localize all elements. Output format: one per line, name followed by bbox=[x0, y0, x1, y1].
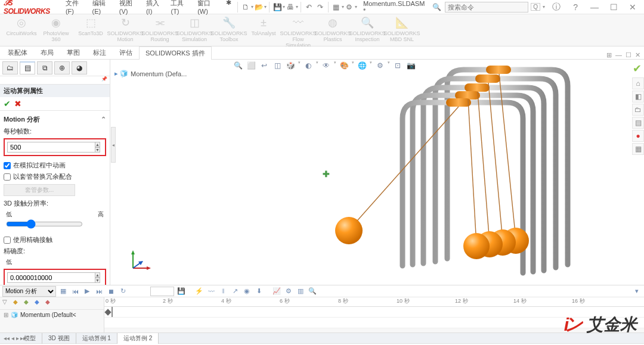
play-start-icon[interactable]: ⏮ bbox=[70, 287, 80, 296]
panel-collapse-handle[interactable]: ◂ bbox=[111, 127, 116, 163]
filter-icon[interactable]: ▽ bbox=[2, 299, 12, 308]
fps-up[interactable]: ▲ bbox=[95, 142, 100, 147]
precise-contact-checkbox[interactable]: 使用精确接触 bbox=[4, 234, 106, 245]
mgr-pin-icon[interactable]: 📌 bbox=[101, 76, 107, 84]
ribbon-plastics[interactable]: ◍SOLIDWORKS Plastics bbox=[316, 15, 349, 44]
feature-tree-breadcrumb[interactable]: ▸ 🧊 Momentum (Defa... bbox=[114, 70, 187, 77]
collapse-motion-icon[interactable]: ▾ bbox=[632, 287, 642, 296]
ribbon-routing[interactable]: ⫘SOLIDWORKS Routing bbox=[143, 15, 177, 44]
redo-icon[interactable]: ↷ bbox=[315, 2, 325, 13]
menu-view[interactable]: 视图(V) bbox=[116, 0, 141, 16]
filter-anim-icon[interactable]: ◆ bbox=[13, 299, 23, 308]
undo-icon[interactable]: ↶ bbox=[304, 2, 314, 13]
fps-input[interactable] bbox=[7, 142, 95, 153]
appearance-icon[interactable]: 🎨 bbox=[339, 60, 349, 71]
menu-tools[interactable]: 工具(T) bbox=[167, 0, 193, 16]
zoom-area-icon[interactable]: ⬜ bbox=[246, 60, 256, 71]
save-icon[interactable]: 💾 bbox=[273, 2, 282, 13]
timeline-key-start[interactable] bbox=[104, 309, 111, 315]
spring-icon[interactable]: 〰 bbox=[206, 287, 216, 296]
viewport-accept-icon[interactable]: ✔ bbox=[633, 62, 642, 75]
stop-icon[interactable]: ⏹ bbox=[106, 287, 116, 296]
ribbon-inspection[interactable]: 🔍SOLIDWORKS Inspection bbox=[351, 15, 384, 44]
sim-setup-icon[interactable]: ▥ bbox=[296, 287, 305, 296]
display-style-icon[interactable]: ◐ bbox=[303, 60, 314, 71]
options-icon[interactable]: ⚙ bbox=[345, 2, 354, 13]
viewport-min-icon[interactable]: — bbox=[615, 51, 622, 59]
results-icon[interactable]: 📈 bbox=[272, 287, 281, 296]
timeline-tracks[interactable]: 0 秒 2 秒 4 秒 6 秒 8 秒 10 秒 12 秒 14 秒 16 秒 bbox=[104, 297, 644, 332]
btab-motion2[interactable]: 运动算例 2 bbox=[117, 333, 159, 344]
accept-button[interactable]: ✔ bbox=[4, 99, 11, 108]
btab-3dview[interactable]: 3D 视图 bbox=[42, 333, 76, 344]
study-type-select[interactable]: Motion 分析 bbox=[2, 286, 56, 297]
taskpane-home-icon[interactable]: ⌂ bbox=[632, 77, 644, 89]
damper-icon[interactable]: ⫴ bbox=[218, 287, 228, 296]
contact-res-slider[interactable] bbox=[6, 220, 83, 228]
search-go[interactable]: Q bbox=[531, 3, 540, 11]
tab-layout[interactable]: 布局 bbox=[34, 46, 60, 59]
precision-up[interactable]: ▲ bbox=[95, 272, 100, 278]
play-icon[interactable]: ▶ bbox=[82, 287, 92, 296]
calculate-icon[interactable]: ▦ bbox=[58, 287, 68, 296]
ribbon-mbd[interactable]: 📐SOLIDWORKS MBD SNL bbox=[385, 15, 419, 44]
hide-show-icon[interactable]: 👁 bbox=[321, 60, 332, 71]
taskpane-resources-icon[interactable]: ◧ bbox=[632, 91, 644, 102]
capture-icon[interactable]: 📷 bbox=[405, 60, 416, 71]
zoom-fit-icon[interactable]: 🔍 bbox=[233, 60, 243, 71]
taskpane-appearance-icon[interactable]: ● bbox=[632, 130, 644, 142]
menu-file[interactable]: 文件(F) bbox=[62, 0, 88, 16]
section-icon[interactable]: ◫ bbox=[272, 60, 283, 71]
menu-edit[interactable]: 编辑(E) bbox=[89, 0, 114, 16]
taskpane-custom-icon[interactable]: ▦ bbox=[632, 143, 644, 155]
prev-view-icon[interactable]: ↩ bbox=[259, 60, 270, 71]
user-icon[interactable]: ⓘ bbox=[551, 2, 562, 13]
view-orient-icon[interactable]: 🎲 bbox=[285, 60, 296, 71]
taskpane-explorer-icon[interactable]: ▤ bbox=[632, 117, 644, 129]
scene-icon[interactable]: 🌐 bbox=[357, 60, 367, 71]
playback-mode-icon[interactable]: ↻ bbox=[118, 287, 128, 296]
playback-speed-input[interactable] bbox=[150, 287, 174, 296]
motor-icon[interactable]: ⚡ bbox=[194, 287, 204, 296]
save-anim-icon[interactable]: 💾 bbox=[177, 287, 186, 296]
menu-window[interactable]: 窗口(W) bbox=[194, 0, 221, 16]
ribbon-toolbox[interactable]: 🔧SOLIDWORKS Toolbox bbox=[212, 15, 246, 44]
taskpane-library-icon[interactable]: 🗀 bbox=[632, 104, 644, 116]
fps-down[interactable]: ▼ bbox=[95, 147, 100, 153]
timeline-playhead[interactable] bbox=[112, 307, 113, 317]
ribbon-tolanalyst[interactable]: ±TolAnalyst bbox=[247, 15, 280, 38]
play-end-icon[interactable]: ⏭ bbox=[94, 287, 104, 296]
tab-annotate[interactable]: 标注 bbox=[86, 46, 113, 59]
mgr-tab-feature[interactable]: 🗂 bbox=[2, 61, 18, 74]
cancel-button[interactable]: ✖ bbox=[14, 99, 21, 108]
section-chevron-icon[interactable]: ⌃ bbox=[101, 116, 106, 123]
mgr-tab-dim[interactable]: ⊕ bbox=[54, 61, 70, 74]
tab-assembly[interactable]: 装配体 bbox=[1, 46, 34, 59]
force-icon[interactable]: ↗ bbox=[230, 287, 240, 296]
timeline-tree-root[interactable]: ⊞ 🧊 Momentum (Default< bbox=[0, 310, 104, 320]
gravity-icon[interactable]: ⬇ bbox=[254, 287, 264, 296]
tab-addins[interactable]: SOLIDWORKS 插件 bbox=[139, 46, 212, 60]
tab-sketch[interactable]: 草图 bbox=[60, 46, 86, 59]
view-setting-icon[interactable]: ⚙ bbox=[374, 60, 385, 71]
maximize-icon[interactable]: ☐ bbox=[608, 2, 619, 12]
motion-props-icon[interactable]: ⚙ bbox=[284, 287, 293, 296]
search-icon[interactable]: 🔍 bbox=[431, 2, 442, 13]
contact-icon[interactable]: ◉ bbox=[242, 287, 252, 296]
rebuild-icon[interactable]: ▦ bbox=[332, 2, 341, 13]
filter-selected-icon[interactable]: ◆ bbox=[45, 299, 55, 308]
timeline-ruler[interactable]: 0 秒 2 秒 4 秒 6 秒 8 秒 10 秒 12 秒 14 秒 16 秒 bbox=[104, 297, 644, 307]
ribbon-photoview[interactable]: ◉PhotoView 360 bbox=[39, 15, 73, 44]
btab-motion1[interactable]: 运动算例 1 bbox=[76, 333, 117, 344]
tab-evaluate[interactable]: 评估 bbox=[113, 46, 139, 59]
precision-input[interactable] bbox=[7, 272, 95, 283]
viewport-max-icon[interactable]: ☐ bbox=[626, 51, 631, 59]
mgr-tab-property[interactable]: ▤ bbox=[20, 61, 35, 74]
search-input[interactable] bbox=[445, 2, 528, 13]
new-icon[interactable]: 🗋 bbox=[241, 2, 250, 13]
minimize-icon[interactable]: — bbox=[589, 2, 600, 12]
graphics-viewport[interactable]: ✔ ✖ ◂ ✚ bbox=[110, 60, 644, 285]
menu-insert[interactable]: 插入(I) bbox=[143, 0, 166, 16]
open-icon[interactable]: 📂 bbox=[254, 2, 264, 13]
replace-mates-checkbox[interactable]: 以套管替换冗余配合 bbox=[4, 171, 106, 182]
